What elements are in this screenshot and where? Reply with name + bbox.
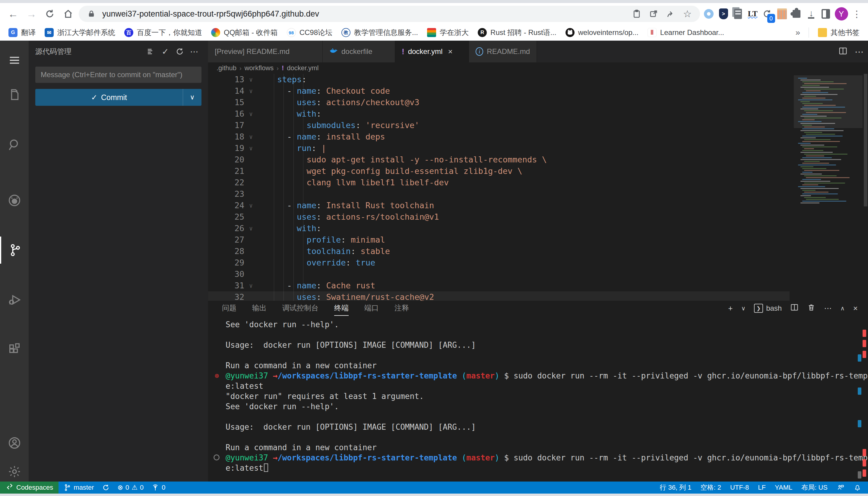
forward-icon[interactable]: →	[24, 5, 39, 22]
indentation[interactable]: 空格: 2	[700, 483, 721, 492]
bookmark-item[interactable]: ✉浙江大学邮件系统	[41, 27, 119, 38]
fold-chevron-icon[interactable]: ∨	[244, 74, 257, 85]
shell-selector[interactable]: ❯bash	[754, 304, 782, 313]
eol[interactable]: LF	[758, 484, 766, 492]
search-icon[interactable]	[0, 131, 29, 158]
bookmark-item[interactable]: RRust 招聘 - Rust语...	[474, 27, 560, 38]
ext-ammo-icon[interactable]	[776, 6, 788, 22]
fold-chevron-icon[interactable]: ∨	[244, 280, 257, 291]
panel-tab[interactable]: 问题	[222, 301, 237, 316]
terminal[interactable]: See 'docker run --help'.Usage: docker ru…	[226, 320, 855, 473]
cursor-position[interactable]: 行 36, 列 1	[660, 483, 691, 492]
panel-tab[interactable]: 注释	[394, 301, 409, 316]
split-terminal-icon[interactable]	[790, 303, 799, 314]
code-line-13[interactable]: 13∨ steps:	[208, 74, 790, 85]
ext-shield-icon[interactable]: >	[718, 6, 730, 22]
code-line-24[interactable]: 24∨ - name: Install Rust toolchain	[208, 200, 790, 211]
bookmark-item[interactable]: 百百度一下，你就知道	[121, 27, 206, 38]
breadcrumb-folder[interactable]: .github	[216, 64, 237, 72]
fold-chevron-icon[interactable]: ∨	[244, 85, 257, 97]
code-line-25[interactable]: 25 uses: actions-rs/toolchain@v1	[208, 211, 790, 223]
bookmark-item[interactable]: G翻译	[5, 27, 39, 38]
more-actions-icon[interactable]: ⋯	[187, 44, 201, 59]
commit-check-icon[interactable]: ✓	[158, 44, 173, 59]
panel-tab[interactable]: 调试控制台	[282, 301, 318, 316]
reload-icon[interactable]	[42, 5, 58, 22]
minimap[interactable]	[794, 75, 863, 246]
breadcrumb-folder[interactable]: workflows	[244, 64, 274, 72]
fold-chevron-icon[interactable]: ∨	[244, 200, 257, 211]
language-mode[interactable]: YAML	[775, 484, 792, 492]
github-icon[interactable]	[0, 187, 29, 214]
ext-pages-icon[interactable]	[732, 6, 744, 22]
code-line-21[interactable]: 21 wget pkg-config build-essential zlib1…	[208, 166, 790, 177]
back-icon[interactable]: ←	[5, 5, 21, 22]
refresh-icon[interactable]	[173, 44, 187, 59]
browser-menu-icon[interactable]: ⋮	[851, 6, 863, 22]
ext-sync-icon[interactable]: 0	[762, 6, 773, 22]
breadcrumb[interactable]: .github › workflows › ! docker.yml	[208, 62, 868, 74]
sidebar-toggle-icon[interactable]	[820, 6, 832, 22]
remote-indicator[interactable]: Codespaces	[0, 482, 59, 494]
keyboard-layout[interactable]: 布局: US	[801, 483, 827, 492]
code-line-27[interactable]: 27 profile: minimal	[208, 234, 790, 246]
bookmark-item[interactable]: 教教学管理信息服务...	[338, 27, 422, 38]
commit-message-input[interactable]: Message (Ctrl+Enter to commit on "master…	[35, 66, 201, 83]
bookmark-item[interactable]: weloveinterns/op...	[562, 27, 642, 38]
code-line-32[interactable]: 32 uses: Swatinem/rust-cache@v2	[208, 291, 790, 301]
editor-more-icon[interactable]: ⋯	[855, 46, 864, 57]
fold-chevron-icon[interactable]: ∨	[244, 131, 257, 142]
encoding[interactable]: UTF-8	[730, 484, 749, 492]
close-tab-icon[interactable]: ×	[448, 47, 452, 56]
code-line-14[interactable]: 14∨ - name: Checkout code	[208, 85, 790, 97]
code-line-15[interactable]: 15 uses: actions/checkout@v3	[208, 97, 790, 108]
editor-tab-docker.yml[interactable]: !docker.yml×	[395, 41, 469, 62]
download-icon[interactable]: ↓	[806, 6, 817, 22]
commit-dropdown-chevron[interactable]: ∨	[183, 89, 201, 106]
share-icon[interactable]	[664, 8, 676, 20]
menu-hamburger-icon[interactable]	[0, 47, 29, 74]
notifications-bell-icon[interactable]	[854, 484, 862, 492]
run-debug-icon[interactable]	[0, 286, 29, 313]
source-control-icon[interactable]	[0, 236, 29, 264]
panel-tab[interactable]: 输出	[252, 301, 267, 316]
split-editor-icon[interactable]	[838, 46, 848, 57]
close-panel-icon[interactable]: ×	[853, 304, 858, 313]
open-in-window-icon[interactable]	[647, 8, 660, 20]
problems-indicator[interactable]: ⊗0 ⚠0	[118, 484, 144, 492]
bookmark-item[interactable]: 学在浙大	[423, 27, 472, 38]
bookmark-star-icon[interactable]: ☆	[681, 8, 693, 20]
ext-puzzle-icon[interactable]	[791, 6, 803, 22]
editor-scrollbar[interactable]	[863, 74, 868, 301]
other-bookmarks[interactable]: 其他书签	[814, 27, 863, 38]
sync-changes-icon[interactable]	[102, 484, 110, 492]
extensions-icon[interactable]	[0, 336, 29, 363]
commit-button[interactable]: ✓Commit ∨	[35, 89, 201, 106]
code-line-23[interactable]: 23	[208, 188, 790, 200]
code-line-16[interactable]: 16∨ with:	[208, 108, 790, 120]
editor-tab-dockerfile[interactable]: dockerfile	[323, 41, 395, 62]
ext-languagetool-icon[interactable]: LT	[747, 6, 759, 22]
code-line-17[interactable]: 17 submodules: 'recursive'	[208, 120, 790, 131]
code-line-20[interactable]: 20 sudo apt-get install -y --no-install-…	[208, 154, 790, 166]
fold-chevron-icon[interactable]: ∨	[244, 223, 257, 234]
terminal-dropdown-chevron[interactable]: ∨	[741, 305, 746, 312]
ext-onetab-icon[interactable]	[703, 6, 715, 22]
code-line-22[interactable]: 22 clang llvm libelf1 libelf-dev	[208, 177, 790, 188]
branch-indicator[interactable]: master	[63, 484, 94, 492]
maximize-panel-chevron[interactable]: ∧	[840, 305, 845, 312]
bookmark-item[interactable]: 98CC98论坛	[283, 27, 336, 38]
code-line-30[interactable]: 30	[208, 268, 790, 280]
account-icon[interactable]	[0, 430, 29, 456]
bookmark-item[interactable]: QQ邮箱 - 收件箱	[208, 27, 281, 38]
ports-indicator[interactable]: 0	[151, 484, 165, 492]
settings-gear-icon[interactable]	[0, 458, 29, 485]
explorer-icon[interactable]	[0, 81, 29, 108]
bookmarks-overflow-chevron[interactable]: »	[792, 28, 803, 37]
code-line-26[interactable]: 26∨ with:	[208, 223, 790, 234]
editor-tab--preview-readme.md[interactable]: [Preview] README.md	[208, 41, 323, 62]
editor-tab-readme.md[interactable]: iREADME.md	[469, 41, 537, 62]
panel-more-icon[interactable]: ⋯	[824, 304, 832, 313]
new-terminal-icon[interactable]: +	[728, 304, 733, 313]
lock-icon[interactable]	[85, 8, 98, 20]
